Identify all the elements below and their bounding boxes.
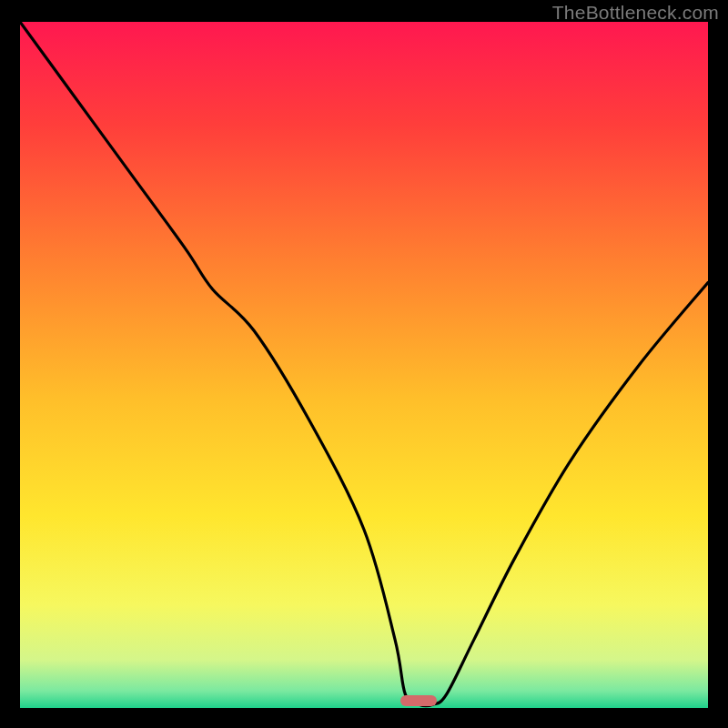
bottleneck-curve bbox=[20, 22, 708, 708]
optimal-marker bbox=[400, 695, 437, 706]
plot-area bbox=[20, 22, 708, 708]
watermark-text: TheBottleneck.com bbox=[552, 2, 719, 24]
chart-frame: TheBottleneck.com bbox=[0, 0, 728, 728]
